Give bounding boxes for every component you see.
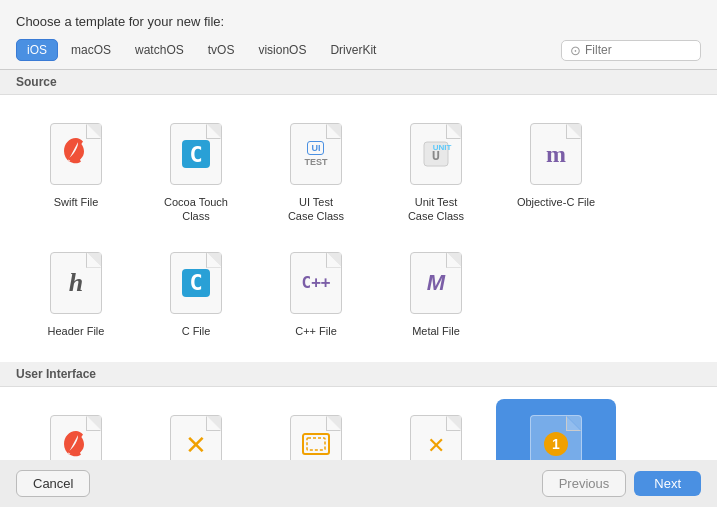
objc-icon: m — [526, 119, 586, 189]
file-item-uitest[interactable]: UI TEST UI TestCase Class — [256, 107, 376, 236]
empty-logo: ✕ — [427, 433, 445, 459]
header-logo: h — [69, 268, 83, 298]
cocoa-touch-icon: C — [166, 119, 226, 189]
unittest-logo: U UNIT — [420, 138, 452, 170]
next-button[interactable]: Next — [634, 471, 701, 496]
swiftui-view-icon — [46, 411, 106, 460]
metal-label: Metal File — [412, 324, 460, 338]
file-item-swiftui-view[interactable]: SwiftUI View — [16, 399, 136, 460]
storyboard-logo: ✕ — [185, 430, 207, 460]
section-user-interface: User Interface — [0, 362, 717, 387]
svg-rect-4 — [307, 438, 325, 450]
file-item-objc[interactable]: m Objective-C File — [496, 107, 616, 236]
file-item-metal[interactable]: M Metal File — [376, 236, 496, 350]
uitest-icon: UI TEST — [286, 119, 346, 189]
cocoa-touch-label: Cocoa TouchClass — [164, 195, 228, 224]
file-item-launch-screen[interactable]: 1 Launch Screen — [496, 399, 616, 460]
tab-macos[interactable]: macOS — [60, 39, 122, 61]
bottom-bar: Cancel Previous Next — [0, 460, 717, 507]
launch-screen-icon: 1 — [526, 411, 586, 460]
swiftui-logo — [61, 429, 91, 460]
swift-file-icon — [46, 119, 106, 189]
objc-label: Objective-C File — [517, 195, 595, 209]
file-item-unittest[interactable]: U UNIT Unit TestCase Class — [376, 107, 496, 236]
nav-buttons: Previous Next — [542, 470, 701, 497]
main-wrapper: Source Swift File — [0, 69, 717, 460]
file-item-cpp[interactable]: C++ C++ File — [256, 236, 376, 350]
filter-icon: ⊙ — [570, 43, 581, 58]
top-bar: Choose a template for your new file: iOS… — [0, 0, 717, 69]
cocoa-logo: C — [182, 140, 210, 168]
swift-file-label: Swift File — [54, 195, 99, 209]
svg-text:UNIT: UNIT — [433, 143, 452, 152]
cfile-label: C File — [182, 324, 211, 338]
objc-logo: m — [546, 141, 566, 168]
tab-driverkit[interactable]: DriverKit — [319, 39, 387, 61]
uitest-label: UI TestCase Class — [288, 195, 344, 224]
tab-visionos[interactable]: visionOS — [247, 39, 317, 61]
tab-ios[interactable]: iOS — [16, 39, 58, 61]
tab-row: iOS macOS watchOS tvOS visionOS DriverKi… — [16, 39, 701, 61]
header-label: Header File — [48, 324, 105, 338]
cpp-icon: C++ — [286, 248, 346, 318]
file-item-cocoa-touch[interactable]: C Cocoa TouchClass — [136, 107, 256, 236]
file-item-swift-file[interactable]: Swift File — [16, 107, 136, 236]
dialog-title: Choose a template for your new file: — [16, 14, 701, 29]
view-logo — [301, 432, 331, 460]
source-grid: Swift File C Cocoa TouchClass — [0, 95, 717, 362]
cfile-logo: C — [182, 269, 210, 297]
empty-icon: ✕ — [406, 411, 466, 460]
file-item-storyboard[interactable]: ✕ Storyboard — [136, 399, 256, 460]
cpp-label: C++ File — [295, 324, 337, 338]
view-icon — [286, 411, 346, 460]
swift-logo — [61, 136, 91, 173]
cpp-logo: C++ — [302, 273, 331, 292]
main-area: Source Swift File — [0, 69, 717, 460]
ui-grid: SwiftUI View ✕ Storyboard — [0, 387, 717, 460]
unittest-label: Unit TestCase Class — [408, 195, 464, 224]
uitest-logo: UI TEST — [304, 141, 327, 168]
storyboard-icon: ✕ — [166, 411, 226, 460]
metal-logo: M — [427, 270, 445, 296]
svg-text:1: 1 — [552, 436, 560, 452]
header-icon: h — [46, 248, 106, 318]
file-item-header[interactable]: h Header File — [16, 236, 136, 350]
filter-box[interactable]: ⊙ — [561, 40, 701, 61]
cfile-icon: C — [166, 248, 226, 318]
file-item-cfile[interactable]: C C File — [136, 236, 256, 350]
previous-button[interactable]: Previous — [542, 470, 627, 497]
tab-tvos[interactable]: tvOS — [197, 39, 246, 61]
file-item-empty[interactable]: ✕ Empty — [376, 399, 496, 460]
launch-screen-logo: 1 — [542, 430, 570, 460]
cancel-button[interactable]: Cancel — [16, 470, 90, 497]
dialog: Choose a template for your new file: iOS… — [0, 0, 717, 507]
section-source: Source — [0, 70, 717, 95]
filter-input[interactable] — [585, 43, 685, 57]
unittest-icon: U UNIT — [406, 119, 466, 189]
file-item-view[interactable]: View — [256, 399, 376, 460]
tab-watchos[interactable]: watchOS — [124, 39, 195, 61]
metal-icon: M — [406, 248, 466, 318]
